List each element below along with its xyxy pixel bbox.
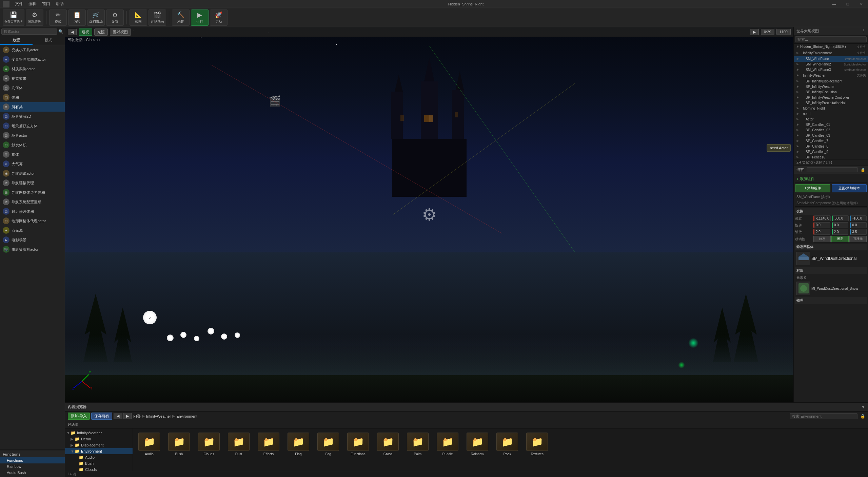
list-item[interactable]: ⊡ 地形网格体代理actor [0,216,65,226]
outliner-item[interactable]: 👁 BP_Fence16 [794,155,868,159]
mobility-movable[interactable]: 可移动 [849,236,867,242]
content-folder[interactable]: 📁 Grass [374,431,401,457]
play-button[interactable]: ▶ 运行 [191,9,209,26]
viewport-lit-btn[interactable]: 光照 [94,28,108,36]
outliner-item[interactable]: 👁 BP_Candles_03 [794,133,868,138]
tree-node-bush[interactable]: 📁 Bush [65,460,133,466]
list-item[interactable]: ⊡ 触发体积 [0,140,65,150]
save-button[interactable]: 💾 保存当前关卡 [3,9,24,26]
content-search-input[interactable] [790,413,857,419]
cinematics-button[interactable]: 🎬 过场动画 [149,9,166,26]
content-folder[interactable]: 📁 Puddle [434,431,461,457]
rotation-y[interactable]: 0.0 [832,222,849,228]
list-item[interactable]: ◉ 导航测试actor [0,169,65,178]
marketplace-button[interactable]: 🛒 虚幻市场 [87,9,105,26]
outliner-options-icon[interactable]: ⋮ [862,29,865,33]
menu-window[interactable]: 窗口 [39,0,53,7]
add-component-btn[interactable]: + 添加组件 [795,175,867,183]
rotation-z[interactable]: 0.0 [850,222,867,228]
mobility-fixed[interactable]: 固定 [831,236,849,242]
content-button[interactable]: 📋 内容 [68,9,86,26]
list-item[interactable]: ⊡ 场景actor [0,131,65,140]
content-folder[interactable]: 📁 Functions [344,431,372,457]
tree-node-clouds[interactable]: 📁 Clouds [65,466,133,471]
scale-z[interactable]: 3.5 [850,229,867,235]
list-item[interactable]: ▶ 电影场景 [0,235,65,245]
outliner-item[interactable]: 👁 need [794,111,868,117]
content-folder[interactable]: 📁 Fog [315,431,342,457]
blueprint-button[interactable]: 蓝图/添加脚本 [832,184,867,192]
breadcrumb-content[interactable]: 内容 [133,414,141,419]
details-lock-icon[interactable]: 🔒 [861,168,865,172]
rotation-x[interactable]: 0.0 [813,222,830,228]
content-folder[interactable]: 📁 Bush [165,431,193,457]
nav-back-button[interactable]: ◀ [114,413,122,419]
menu-help[interactable]: 帮助 [53,0,66,7]
transform-section[interactable]: 变换 [795,208,867,215]
outliner-item[interactable]: 👁 BP_InfinityWeather [794,84,868,90]
location-x[interactable]: -11140.0 [813,215,831,221]
func-item-audio-bush[interactable]: Audio Bush [0,470,65,476]
viewport-play-btn[interactable]: ▶ [750,29,759,35]
location-z[interactable]: -100.0 [850,215,867,221]
nav-forward-button[interactable]: ▶ [123,413,132,419]
minimize-button[interactable]: — [827,0,841,8]
list-item[interactable]: ▽ 椎体 [0,150,65,159]
list-item[interactable]: ✦ 视觉效果 [0,74,65,83]
content-folder[interactable]: 📁 Flag [285,431,312,457]
list-item[interactable]: ◻ 几何体 [0,83,65,93]
content-folder[interactable]: 📁 Clouds [195,431,222,457]
tree-node[interactable]: ▶ 📁 Demo [65,436,133,442]
outliner-item[interactable]: 👁 BP_InfinityOcclusion [794,90,868,95]
list-item[interactable]: 📷 由影摄影机actor [0,245,65,254]
source-control-button[interactable]: ⚙ 游戏管理 [26,9,43,26]
outliner-item[interactable]: 👁 Morning_Night [794,106,868,111]
outliner-item[interactable]: 👁 Hidden_Shrine_Night (编辑器) 文件夹 [794,44,868,50]
list-item[interactable]: ✦ 点光源 [0,226,65,235]
list-item[interactable]: ⟳ 导航链接代理 [0,178,65,188]
func-item-functions[interactable]: Functions [0,457,65,463]
outliner-item[interactable]: 👁 InfinityEnvironment 文件夹 [794,50,868,56]
breadcrumb-environment[interactable]: Environment [176,414,197,418]
breadcrumb-infinityweather[interactable]: InfinityWeather [146,414,171,418]
tree-node-environment[interactable]: ▼ 📁 Environment [65,448,133,454]
tree-node[interactable]: ▼ 📁 InfinityWeather [65,430,133,436]
scale-x[interactable]: 2.0 [813,229,830,235]
actor-search-input[interactable] [1,28,57,35]
viewport-scene[interactable]: ⚙ ♪ 🎬 X Y Z [65,27,793,402]
add-import-button[interactable]: 添加/导入 [68,413,90,420]
outliner-item[interactable]: 👁 BP_Candles_7 [794,138,868,144]
menu-file[interactable]: 文件 [12,0,26,7]
outliner-item[interactable]: 👁 BP_InfinityWeatherController [794,95,868,100]
scale-y[interactable]: 2.0 [832,229,849,235]
add-actor-button[interactable]: + 添加组件 [795,184,830,192]
outliner-item[interactable]: 👁 BP_Candles_02 [794,128,868,133]
mobility-static[interactable]: 静态 [813,236,831,242]
outliner-search-input[interactable] [795,36,867,42]
physics-section[interactable]: 物理 [795,297,867,304]
filter-label[interactable]: 过滤器 [68,422,78,427]
maximize-button[interactable]: □ [841,0,854,8]
outliner-item[interactable]: 👁 Actor [794,117,868,122]
content-folder[interactable]: 📁 Dust [225,431,252,457]
save-all-button[interactable]: 保存所有 [91,413,112,420]
outliner-item[interactable]: 👁 SM_WindPlane2 StaticMeshActor [794,62,868,67]
outliner-item[interactable]: 👁 BP_InfinityDisplacement [794,79,868,84]
content-folder[interactable]: 📁 Palm [404,431,431,457]
tree-node[interactable]: ▶ 📁 Displacement [65,442,133,448]
location-y[interactable]: 660.0 [832,215,849,221]
settings-button[interactable]: ⚙ 设置 [106,9,124,26]
outliner-item[interactable]: 👁 BP_InfinityPrecipitationHail [794,100,868,106]
content-folder[interactable]: 📁 Rainbow [464,431,491,457]
list-item[interactable]: ⟳ 导航系统配置重载 [0,197,65,207]
mode-button[interactable]: ✏ 模式 [49,9,67,26]
outliner-item[interactable]: 👁 SM_WindPlane3 StaticMeshActor [794,67,868,73]
viewport[interactable]: ◀ 透视 光照 游戏视图 ▶ 0:29 1109 驾驶激活 - Cinezhu [65,27,793,402]
list-item[interactable]: ◱ 体积 [0,93,65,102]
tab-mode[interactable]: 模式 [33,36,65,45]
content-folder[interactable]: 📁 Audio [136,431,163,457]
viewport-perspective-btn[interactable]: 透视 [79,28,92,36]
tree-node-audio[interactable]: 📁 Audio [65,454,133,460]
list-item[interactable]: ⊡ 场景捕获立方体 [0,121,65,131]
menu-edit[interactable]: 编辑 [26,0,39,7]
